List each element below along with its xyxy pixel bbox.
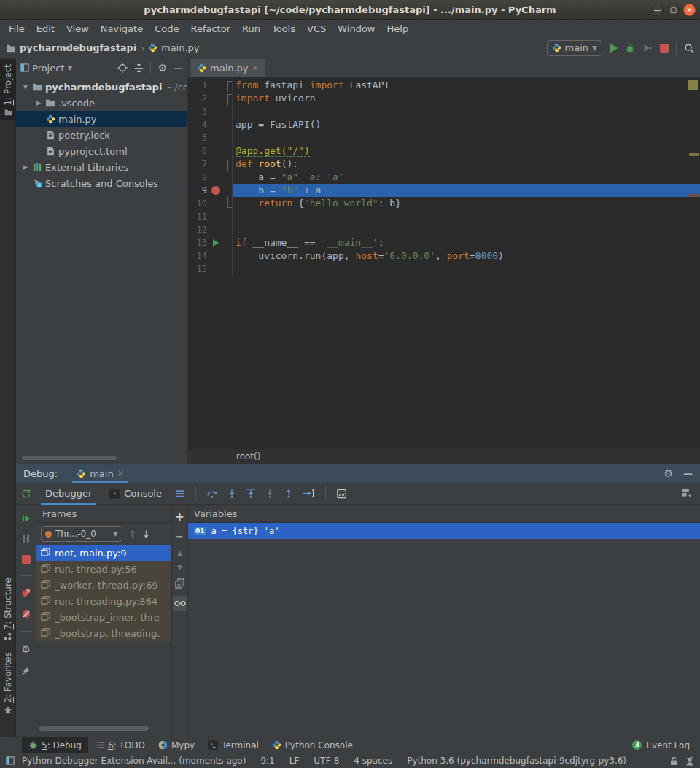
tree-item-external-libraries[interactable]: ▶External Libraries (16, 159, 187, 175)
search-everywhere-icon[interactable] (684, 43, 694, 53)
tree-item-poetry-lock[interactable]: poetry.lock (16, 127, 187, 143)
toolwindow-tab-6-todo[interactable]: 6: TODO (88, 737, 152, 753)
menu-file[interactable]: File (3, 23, 31, 34)
code-line-11[interactable]: 11 (188, 210, 700, 223)
code-line-3[interactable]: 3 (188, 105, 700, 118)
code-line-6[interactable]: 6@app.get("/") (188, 144, 700, 158)
frame-row[interactable]: _bootstrap_inner, thre (36, 609, 171, 625)
code-line-8[interactable]: 8 a = "a" a: 'a' (188, 171, 700, 184)
indent-style[interactable]: 4 spaces (346, 756, 400, 766)
frame-row[interactable]: run, threading.py:864 (36, 593, 171, 609)
show-watches-icon[interactable] (173, 596, 187, 611)
expand-arrow-icon[interactable]: ▶ (20, 163, 31, 171)
toolwindow-tab-mypy[interactable]: Mypy (152, 737, 201, 753)
maximize-icon[interactable]: ▢ (667, 4, 680, 16)
inspection-profile-icon[interactable] (685, 756, 694, 766)
tree-item-pyproject-toml[interactable]: pyproject.toml (16, 143, 187, 159)
previous-frame-icon[interactable]: ↑ (128, 529, 136, 540)
sidebar-item-project[interactable]: 1: Project (0, 60, 16, 120)
close-session-icon[interactable]: ✕ (117, 469, 124, 478)
expand-arrow-icon[interactable]: ▼ (20, 83, 31, 90)
view-breakpoints-icon[interactable] (21, 588, 31, 597)
toolwindow-tab-terminal[interactable]: ›_Terminal (201, 737, 265, 753)
toolwindow-toggle-icon[interactable] (6, 756, 15, 765)
move-down-icon[interactable]: ▼ (177, 564, 182, 571)
code-line-10[interactable]: 10 return {"hello world": b} (188, 197, 700, 210)
variable-row[interactable]: 01a = {str} 'a' (188, 523, 700, 539)
coverage-button[interactable] (642, 43, 653, 53)
horizontal-scrollbar[interactable] (39, 726, 149, 731)
evaluate-expression-icon[interactable] (332, 489, 351, 499)
tab-main-py[interactable]: main.py ✕ (191, 59, 265, 77)
next-frame-icon[interactable]: ↓ (142, 529, 150, 540)
frame-row[interactable]: root, main.py:9 (36, 545, 171, 561)
frame-row[interactable]: _bootstrap, threading. (36, 625, 171, 641)
code-line-15[interactable]: 15 (188, 263, 700, 276)
line-separator[interactable]: LF (282, 756, 307, 766)
step-out-icon[interactable] (279, 488, 298, 499)
menu-refactor[interactable]: Refactor (184, 23, 236, 34)
debug-settings-icon[interactable]: ⚙ (21, 643, 31, 655)
duplicate-watch-icon[interactable] (175, 578, 184, 589)
scope-breadcrumb[interactable]: root() (236, 451, 260, 462)
force-step-into-icon[interactable] (241, 488, 260, 499)
code-area[interactable]: 1from fastapi import FastAPI2import uvic… (188, 79, 700, 276)
menu-navigate[interactable]: Navigate (95, 23, 149, 34)
layout-options-icon[interactable] (171, 489, 190, 498)
code-line-14[interactable]: 14 uvicorn.run(app, host='0.0.0.0', port… (188, 249, 700, 263)
thread-select[interactable]: Thr...-0_0 ▼ (41, 526, 122, 542)
gear-icon[interactable]: ⚙ (664, 468, 673, 479)
pin-icon[interactable] (21, 667, 31, 676)
breakpoint-stripe-mark[interactable] (689, 194, 699, 197)
collapse-all-icon[interactable] (134, 63, 144, 73)
fold-marker[interactable] (225, 92, 232, 105)
stop-icon[interactable] (22, 555, 31, 564)
step-into-icon[interactable] (222, 488, 241, 499)
sidebar-item-structure[interactable]: 7: Structure (0, 578, 16, 640)
menu-code[interactable]: Code (149, 23, 184, 34)
tree-item-scratches-and-consoles[interactable]: Scratches and Consoles (16, 175, 187, 191)
menu-edit[interactable]: Edit (31, 23, 61, 34)
frame-row[interactable]: _worker, thread.py:69 (36, 577, 171, 593)
interpreter[interactable]: Python 3.6 (pycharmdebugfastapi-9cdjtyrg… (400, 756, 634, 766)
remove-watch-icon[interactable]: − (176, 531, 184, 542)
gutter[interactable] (207, 186, 225, 195)
run-configuration-select[interactable]: main ▼ (547, 40, 602, 56)
frame-row[interactable]: run, thread.py:56 (36, 561, 171, 577)
project-view-title[interactable]: Project (32, 63, 64, 74)
tree-item-pycharmdebugfastapi[interactable]: ▼pycharmdebugfastapi~/code/pycharmdebugf… (16, 79, 187, 95)
code-line-9[interactable]: 9 b = "b" + a (188, 184, 700, 197)
caret-position[interactable]: 9:1 (253, 756, 281, 766)
run-button[interactable] (610, 43, 618, 53)
move-up-icon[interactable]: ▲ (177, 549, 182, 556)
minimize-icon[interactable]: — (651, 4, 664, 16)
close-icon[interactable]: ✕ (683, 4, 696, 16)
menu-help[interactable]: Help (381, 23, 415, 34)
debug-button[interactable] (625, 43, 635, 53)
menu-window[interactable]: Window (332, 23, 381, 34)
mute-breakpoints-icon[interactable] (21, 609, 31, 619)
code-line-2[interactable]: 2import uvicorn (188, 92, 700, 105)
breakpoint-icon[interactable] (211, 186, 220, 195)
gutter[interactable] (207, 239, 225, 247)
code-line-4[interactable]: 4app = FastAPI() (188, 118, 700, 131)
menu-tools[interactable]: Tools (266, 23, 301, 34)
hide-panel-icon[interactable]: — (174, 63, 183, 74)
expand-arrow-icon[interactable]: ▶ (34, 99, 44, 106)
tab-console[interactable]: › Console (101, 483, 171, 505)
code-line-13[interactable]: 13if __name__ == '__main__': (188, 236, 700, 249)
lock-icon[interactable] (670, 756, 678, 766)
status-message[interactable]: Python Debugger Extension Avail... (mome… (15, 756, 253, 766)
file-encoding[interactable]: UTF-8 (306, 756, 346, 766)
inspection-status-square[interactable] (688, 80, 698, 90)
run-to-cursor-icon[interactable] (298, 488, 319, 499)
stop-button[interactable] (660, 44, 669, 53)
sidebar-item-favorites[interactable]: 2: Favorites (0, 652, 16, 715)
code-line-1[interactable]: 1from fastapi import FastAPI (188, 79, 700, 92)
toolwindow-tab-5-debug[interactable]: 5: Debug (22, 737, 88, 753)
debug-session-tab[interactable]: main ✕ (72, 464, 128, 483)
breadcrumb-file[interactable]: main.py (161, 42, 200, 53)
restore-layout-icon[interactable] (682, 488, 693, 497)
step-over-icon[interactable] (202, 488, 222, 499)
locate-file-icon[interactable] (117, 63, 128, 73)
